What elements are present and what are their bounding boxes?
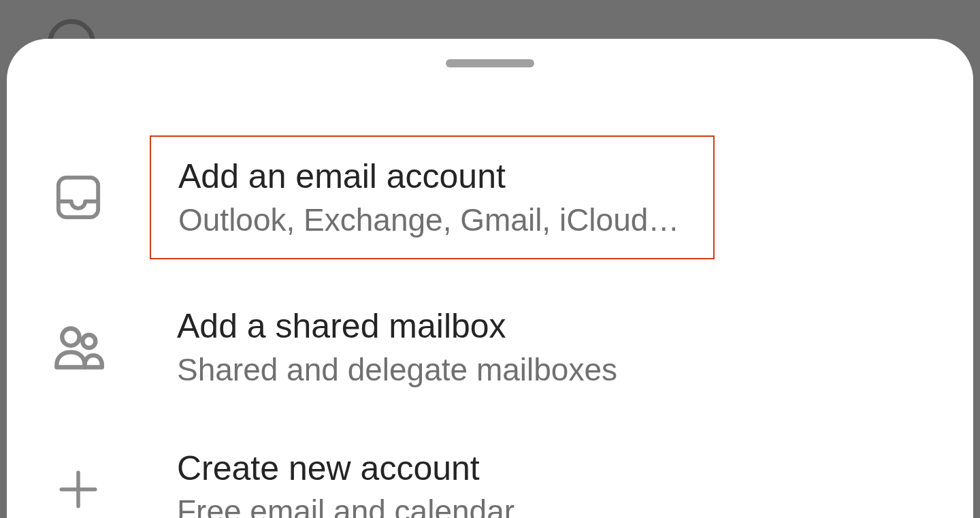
option-add-email-account-text: Add an email account Outlook, Exchange, … [150,135,715,259]
option-subtitle: Free email and calendar [177,493,514,518]
drag-handle[interactable] [446,59,534,67]
svg-rect-0 [59,178,98,217]
option-title: Create new account [177,449,514,489]
option-create-new-account-text: Create new account Free email and calend… [116,449,514,518]
option-add-email-account[interactable]: Add an email account Outlook, Exchange, … [7,122,973,273]
options-list: Add an email account Outlook, Exchange, … [7,67,973,518]
option-subtitle: Shared and delegate mailboxes [177,352,617,388]
plus-icon [41,467,116,512]
svg-point-1 [62,328,79,345]
option-subtitle: Outlook, Exchange, Gmail, iCloud… [178,202,686,238]
svg-point-2 [82,335,95,348]
bottom-sheet: Add an email account Outlook, Exchange, … [7,39,973,518]
inbox-tray-icon [41,174,116,221]
option-add-shared-mailbox[interactable]: Add a shared mailbox Shared and delegate… [7,293,973,401]
option-add-shared-mailbox-text: Add a shared mailbox Shared and delegate… [116,307,617,387]
option-create-new-account[interactable]: Create new account Free email and calend… [7,436,973,518]
option-title: Add a shared mailbox [177,307,617,346]
people-icon [41,322,116,374]
option-title: Add an email account [178,157,686,197]
